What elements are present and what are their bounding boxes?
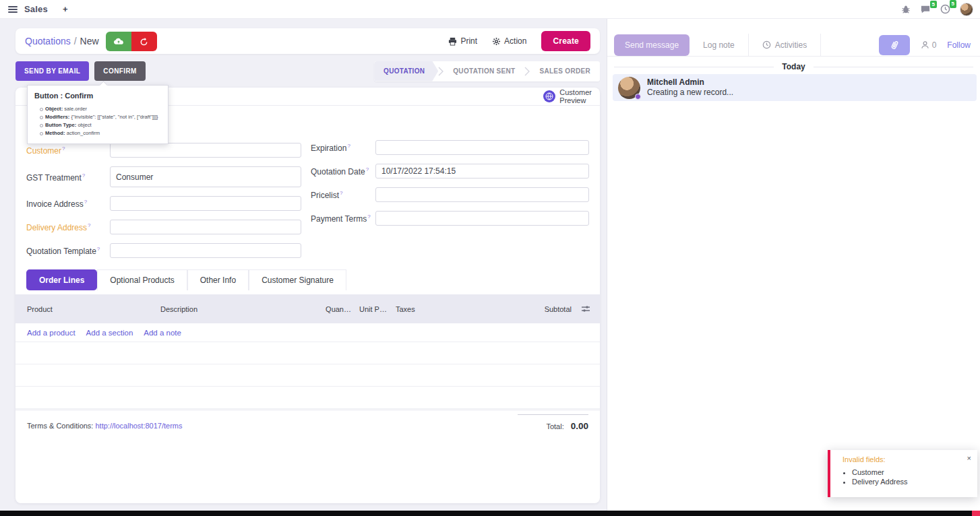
send-message-button[interactable]: Send message: [614, 34, 690, 56]
globe-icon: [543, 90, 555, 102]
column-taxes[interactable]: Taxes: [389, 305, 524, 313]
tab-optional-products[interactable]: Optional Products: [97, 269, 187, 290]
printer-icon: [448, 37, 457, 46]
message-text: Creating a new record...: [647, 88, 733, 98]
add-a-product-link[interactable]: Add a product: [27, 329, 75, 337]
toast-item-customer: Customer: [852, 468, 971, 476]
column-description[interactable]: Description: [160, 305, 312, 313]
payment-terms-label: Payment Terms?: [311, 211, 375, 224]
activities-tab[interactable]: Activities: [748, 34, 821, 57]
add-a-section-link[interactable]: Add a section: [86, 329, 133, 337]
print-menu[interactable]: Print: [448, 36, 477, 46]
empty-row: [16, 387, 600, 409]
column-subtotal[interactable]: Subtotal: [524, 305, 572, 313]
terms-and-conditions: Terms & Conditions: http://localhost:801…: [27, 422, 183, 430]
add-a-note-link[interactable]: Add a note: [144, 329, 181, 337]
invoice-address-input[interactable]: [110, 196, 301, 211]
app-name[interactable]: Sales: [24, 4, 48, 14]
column-product[interactable]: Product: [16, 305, 160, 313]
chatter-message[interactable]: Mitchell Admin Creating a new record...: [613, 74, 977, 101]
quotation-template-input[interactable]: [110, 243, 301, 258]
invalid-fields-toast: Invalid fields: × Customer Delivery Addr…: [828, 450, 977, 497]
tooltip-method: Method: action_confirm: [40, 130, 161, 136]
discard-changes-button[interactable]: [131, 32, 157, 51]
order-lines-add-row: Add a product Add a section Add a note: [16, 323, 600, 342]
optional-columns-icon[interactable]: [572, 305, 600, 313]
total-value: 0.00: [571, 421, 588, 431]
action-menu[interactable]: Action: [492, 36, 526, 46]
tooltip-object: Object: sale.order: [40, 106, 161, 112]
column-unit-price[interactable]: Unit P…: [351, 305, 389, 313]
confirm-button-tooltip: Button : Confirm Object: sale.order Modi…: [27, 85, 169, 144]
followers-counter[interactable]: 0: [921, 40, 937, 50]
quotation-date-input[interactable]: [375, 164, 589, 179]
chatter-panel: Send message Log note Activities 0 Follo…: [607, 19, 980, 511]
save-discard-group: [106, 32, 157, 51]
field-quotation-date: Quotation Date?: [311, 164, 589, 179]
expiration-label: Expiration?: [311, 140, 375, 153]
save-record-button[interactable]: [106, 32, 131, 51]
form-sheet: Customer Preview New Button : Confirm Ob…: [16, 88, 600, 503]
pricelist-label: Pricelist?: [311, 187, 375, 200]
form-statusbar-row: SEND BY EMAIL CONFIRM QUOTATION QUOTATIO…: [16, 61, 600, 82]
tab-order-lines[interactable]: Order Lines: [26, 269, 97, 290]
statusbar-step-sales-order[interactable]: SALES ORDER: [530, 61, 600, 82]
help-icon: ?: [340, 190, 342, 196]
bottom-bar-red-tip: [972, 511, 980, 516]
new-tab-button[interactable]: +: [63, 4, 68, 14]
statusbar-step-quotation[interactable]: QUOTATION: [374, 61, 438, 82]
gear-icon: [492, 37, 501, 46]
help-icon: ?: [84, 199, 87, 205]
help-icon: ?: [88, 222, 90, 228]
breadcrumb-current: New: [80, 36, 99, 46]
follow-button[interactable]: Follow: [947, 40, 971, 50]
quotation-date-label: Quotation Date?: [311, 164, 375, 176]
statusbar-step-quotation-sent[interactable]: QUOTATION SENT: [443, 61, 524, 82]
breadcrumb-quotations[interactable]: Quotations: [25, 36, 71, 46]
activities-count-badge: 5: [950, 0, 956, 8]
topbar-systray: 5 5: [901, 3, 973, 16]
field-invoice-address: Invoice Address?: [26, 196, 301, 211]
gst-treatment-input[interactable]: [110, 166, 301, 187]
expiration-input[interactable]: [375, 140, 589, 155]
field-customer: Customer?: [26, 143, 301, 158]
gst-treatment-label: GST Treatment?: [26, 166, 110, 183]
toast-close-icon[interactable]: ×: [967, 454, 971, 462]
field-quotation-template: Quotation Template?: [26, 243, 301, 258]
tab-other-info[interactable]: Other Info: [187, 269, 249, 290]
create-button[interactable]: Create: [541, 31, 590, 51]
attach-files-button[interactable]: [879, 35, 910, 55]
online-presence-dot: [635, 94, 641, 100]
messages-count-badge: 5: [930, 1, 937, 9]
customer-label: Customer?: [26, 143, 110, 156]
messages-icon[interactable]: 5: [920, 5, 931, 14]
user-avatar[interactable]: [960, 3, 973, 16]
tab-customer-signature[interactable]: Customer Signature: [249, 269, 346, 290]
log-note-tab[interactable]: Log note: [690, 34, 748, 57]
notebook-tabs: Order Lines Optional Products Other Info…: [26, 269, 346, 290]
customer-preview-button[interactable]: Customer Preview: [543, 88, 592, 104]
tooltip-modifiers: Modifiers: {"invisible": [["state", "not…: [40, 114, 161, 120]
debug-bug-icon[interactable]: [901, 5, 911, 14]
chatter-toolbar: Send message Log note Activities 0 Follo…: [607, 34, 980, 57]
column-quantity[interactable]: Quan…: [312, 305, 351, 313]
customer-input[interactable]: [110, 143, 301, 158]
message-author: Mitchell Admin: [647, 77, 733, 88]
delivery-address-input[interactable]: [110, 220, 301, 234]
pricelist-input[interactable]: [375, 187, 589, 202]
statusbar: QUOTATION QUOTATION SENT SALES ORDER: [374, 61, 600, 82]
chevron-right-icon: [438, 61, 443, 82]
help-icon: ?: [62, 146, 65, 152]
confirm-button[interactable]: CONFIRM: [94, 61, 145, 81]
form-view-region: Quotations / New Print Action: [0, 19, 607, 511]
terms-link[interactable]: http://localhost:8017/terms: [96, 422, 183, 430]
payment-terms-input[interactable]: [375, 211, 589, 226]
odoo-sales-screen: Sales + 5 5 Quotations / New: [0, 0, 980, 516]
apps-menu-icon[interactable]: [8, 6, 18, 13]
date-divider: Today: [607, 62, 980, 71]
field-column-right: Expiration? Quotation Date? Pricelist? P…: [311, 140, 589, 267]
send-by-email-button[interactable]: SEND BY EMAIL: [16, 61, 89, 81]
activities-clock-icon[interactable]: 5: [940, 4, 950, 14]
tooltip-title: Button : Confirm: [34, 92, 161, 100]
help-icon: ?: [347, 143, 350, 149]
